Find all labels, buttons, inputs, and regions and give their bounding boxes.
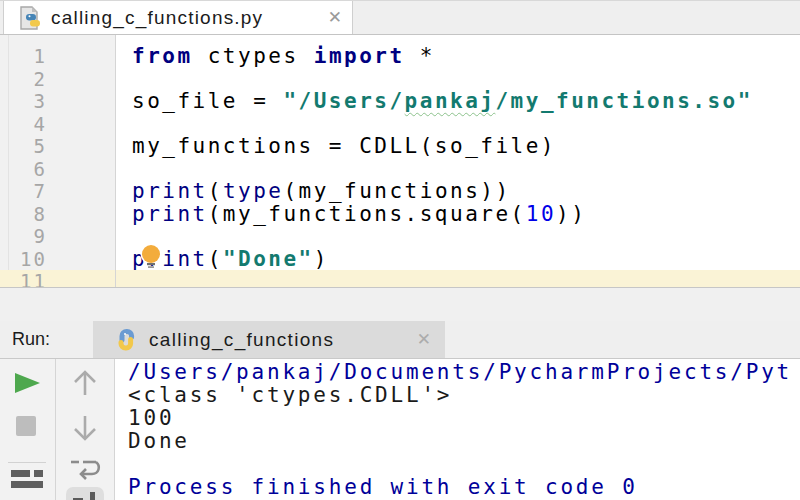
code-token: so_file = [132,89,283,113]
code-line[interactable] [116,270,800,288]
code-token: print [132,202,208,226]
code-line[interactable]: print(my_functions.square(10)) [116,203,800,226]
line-number[interactable]: 11 [0,270,115,288]
code-line[interactable]: print(type(my_functions)) [116,180,800,203]
run-tab[interactable]: calling_c_functions ✕ [93,321,445,358]
line-number[interactable]: 6 [0,158,115,181]
console-line: /Users/pankaj/Documents/PycharmProjects/… [128,361,800,384]
run-panel-label: Run: [12,329,78,350]
code-token: print [132,179,208,203]
run-toolbar-secondary [56,359,115,500]
lightbulb-icon[interactable] [138,243,164,273]
code-token: ( [208,247,223,271]
console-output[interactable]: /Users/pankaj/Documents/PycharmProjects/… [115,359,800,500]
editor-tab[interactable]: calling_c_functions.py ✕ [3,1,353,34]
code-line[interactable]: from ctypes import * [116,45,800,68]
code-token: ( [208,179,223,203]
run-panel-header: Run: calling_c_functions ✕ [0,321,800,359]
line-number[interactable]: 2 [0,68,115,91]
editor-tab-title: calling_c_functions.py [51,7,319,29]
line-number[interactable]: 9 [0,225,115,248]
line-number[interactable]: 10 [0,248,115,271]
code-line[interactable] [116,158,800,181]
editor-gutter[interactable]: 1234567891011 [0,35,116,287]
close-icon[interactable]: ✕ [328,9,342,26]
code-line[interactable]: my_functions = CDLL(so_file) [116,135,800,158]
editor-tab-bar: calling_c_functions.py ✕ [0,0,800,35]
code-token: my_functions = CDLL(so_file) [132,134,556,158]
code-token: "/Users/ [283,89,404,113]
run-toolbar-main [0,359,56,500]
python-file-icon [16,5,42,31]
code-token: pankaj [405,89,496,113]
console-line: 100 [128,407,800,430]
run-tab-title: calling_c_functions [149,329,407,351]
console-line: Done [128,430,800,453]
toolbar-divider [8,462,46,463]
panel-splitter[interactable] [0,288,800,321]
code-line[interactable] [116,225,800,248]
code-line[interactable] [116,113,800,136]
line-number[interactable]: 7 [0,180,115,203]
code-token: )) [556,202,586,226]
stop-button[interactable] [16,416,36,436]
python-logo-icon [113,327,139,353]
code-token: type [223,179,284,203]
code-line[interactable]: so_file = "/Users/pankaj/my_functions.so… [116,90,800,113]
down-arrow-button[interactable] [70,412,100,448]
code-area[interactable]: from ctypes import *so_file = "/Users/pa… [116,35,800,287]
restore-layout-button[interactable] [11,469,43,493]
run-console: /Users/pankaj/Documents/PycharmProjects/… [0,359,800,500]
code-token: "Done" [223,247,314,271]
line-number[interactable]: 4 [0,113,115,136]
close-icon[interactable]: ✕ [417,331,431,348]
line-number[interactable]: 5 [0,135,115,158]
code-token: * [405,44,435,68]
code-token: import [314,44,405,68]
code-editor[interactable]: 1234567891011 from ctypes import *so_fil… [0,35,800,288]
code-token: (my_functions.square( [208,202,526,226]
soft-wrap-button[interactable] [68,456,102,487]
up-arrow-button[interactable] [70,367,100,403]
code-token: from [132,44,193,68]
console-line: <class 'ctypes.CDLL'> [128,384,800,407]
console-line: Process finished with exit code 0 [128,476,800,499]
code-token: (my_functions)) [283,179,510,203]
line-number[interactable]: 1 [0,45,115,68]
console-line [128,453,800,476]
pycharm-window: calling_c_functions.py ✕ 1234567891011 f… [0,0,800,500]
code-line[interactable]: print("Done") [116,248,800,271]
code-line[interactable] [116,68,800,91]
code-token: /my_functions.so" [495,89,752,113]
rerun-button[interactable] [13,371,42,399]
clipped-toolbar-button[interactable] [66,487,104,500]
line-number[interactable]: 8 [0,203,115,226]
code-token: 10 [526,202,556,226]
code-token: ctypes [193,44,314,68]
line-number[interactable]: 3 [0,90,115,113]
code-token: ) [314,247,329,271]
